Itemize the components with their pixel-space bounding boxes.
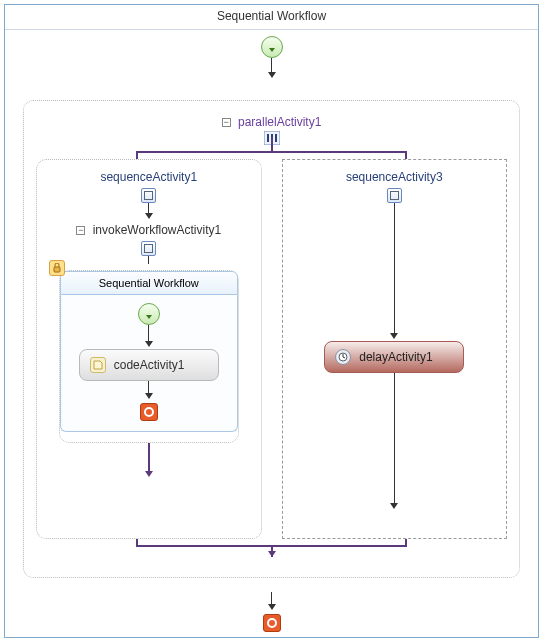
arrow-down-icon — [268, 604, 276, 610]
branch-right[interactable]: sequenceActivity3 delayActivity1 — [282, 159, 508, 539]
sequence-activity1-label: sequenceActivity1 — [45, 170, 253, 184]
code-activity[interactable]: codeActivity1 — [79, 349, 219, 381]
workflow-end-icon — [140, 403, 158, 421]
arrow-down-icon — [145, 393, 153, 399]
branch-merge-bar — [136, 539, 407, 553]
sequence-activity3-label: sequenceActivity3 — [291, 170, 499, 184]
arrow-down-icon — [145, 341, 153, 347]
inner-workflow-header[interactable]: Sequential Workflow — [60, 271, 238, 295]
code-activity-label: codeActivity1 — [114, 358, 185, 372]
branch-left[interactable]: sequenceActivity1 − invokeWorkflowActivi… — [36, 159, 262, 539]
invoke-container[interactable]: Sequential Workflow — [59, 270, 239, 443]
designer-frame: Sequential Workflow − parallelActivity1 — [4, 4, 539, 638]
workflow-start-icon — [138, 303, 160, 325]
invoke-workflow-label: invokeWorkflowActivity1 — [93, 223, 221, 237]
invoke-icon — [141, 241, 156, 256]
canvas[interactable]: − parallelActivity1 sequenceActivity1 — [5, 30, 538, 638]
clock-icon — [335, 349, 351, 365]
arrow-down-icon — [145, 471, 153, 477]
arrow-down-icon — [268, 72, 276, 78]
arrow-down-icon — [145, 213, 153, 219]
parallel-label: parallelActivity1 — [238, 115, 321, 129]
lock-icon — [49, 260, 65, 276]
collapse-toggle[interactable]: − — [222, 118, 231, 127]
arrow-down-icon — [390, 333, 398, 339]
svg-rect-4 — [54, 267, 60, 272]
workflow-start-icon — [261, 36, 283, 58]
branch-split-bar — [136, 145, 407, 159]
arrow-down-icon — [390, 503, 398, 509]
code-icon — [90, 357, 106, 373]
inner-workflow-title: Sequential Workflow — [99, 277, 199, 289]
delay-activity[interactable]: delayActivity1 — [324, 341, 464, 373]
workflow-title-bar: Sequential Workflow — [5, 5, 538, 30]
delay-activity-label: delayActivity1 — [359, 350, 432, 364]
collapse-toggle[interactable]: − — [76, 226, 85, 235]
sequence-icon — [387, 188, 402, 203]
workflow-title: Sequential Workflow — [217, 9, 326, 23]
workflow-end-icon — [263, 614, 281, 632]
parallel-activity[interactable]: − parallelActivity1 sequenceActivity1 — [23, 100, 520, 578]
sequence-icon — [141, 188, 156, 203]
